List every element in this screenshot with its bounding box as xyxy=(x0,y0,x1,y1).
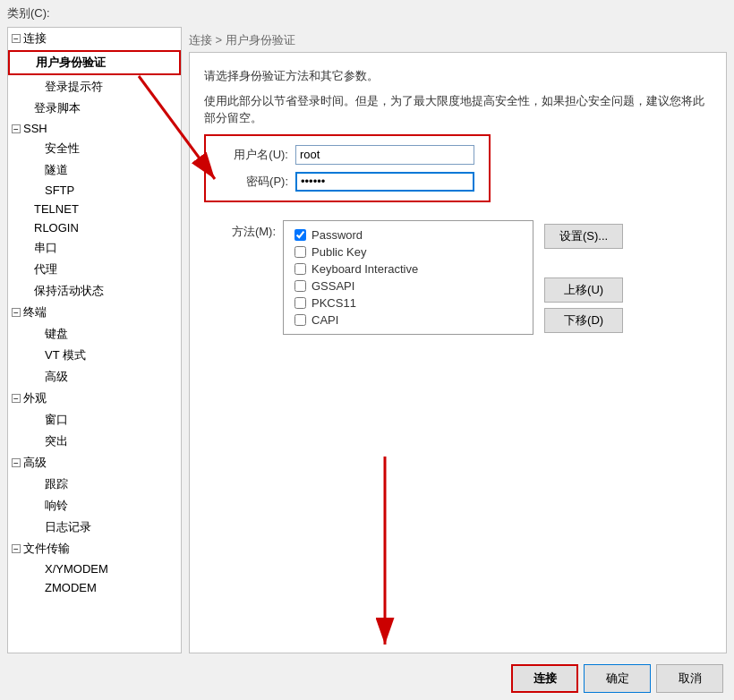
sidebar-item-bell[interactable]: 响铃 xyxy=(8,495,181,516)
sidebar-item-keepalive[interactable]: 保持活动状态 xyxy=(8,280,181,302)
sidebar-item-ssh[interactable]: −SSH xyxy=(8,119,181,138)
password-input[interactable] xyxy=(295,172,474,192)
sidebar-item-trace[interactable]: 跟踪 xyxy=(8,474,181,495)
method-checkbox-keyboard[interactable] xyxy=(294,263,306,275)
sidebar-label-zmodem: ZMODEM xyxy=(45,581,97,594)
sidebar-label-ssh: SSH xyxy=(23,122,47,135)
sidebar-label-tunnel: 隧道 xyxy=(45,162,68,178)
sidebar-item-window[interactable]: 窗口 xyxy=(8,409,181,431)
sidebar-label-terminal: 终端 xyxy=(23,304,47,320)
method-label-publickey[interactable]: Public Key xyxy=(312,245,366,259)
method-label-capi[interactable]: CAPI xyxy=(312,313,338,327)
credentials-section: 用户名(U): 密码(P): xyxy=(204,134,491,202)
method-label-keyboard[interactable]: Keyboard Interactive xyxy=(312,262,418,276)
sidebar-item-telnet[interactable]: TELNET xyxy=(8,200,181,218)
method-checkbox-capi[interactable] xyxy=(294,314,306,326)
sidebar-item-log[interactable]: 日志记录 xyxy=(8,516,181,538)
content-area: 请选择身份验证方法和其它参数。 使用此部分以节省登录时间。但是，为了最大限度地提… xyxy=(189,52,727,653)
sidebar-item-zmodem[interactable]: ZMODEM xyxy=(8,578,181,597)
method-item-pkcs11: PKCS11 xyxy=(294,296,522,310)
breadcrumb: 连接 > 用户身份验证 xyxy=(189,27,727,52)
sidebar-label-appearance: 外观 xyxy=(23,390,47,406)
right-buttons: 设置(S)... 上移(U) 下移(D) xyxy=(544,220,623,333)
sidebar-label-sftp: SFTP xyxy=(45,184,74,197)
sidebar-item-connection[interactable]: −连接 xyxy=(8,28,181,49)
sidebar-item-security[interactable]: 安全性 xyxy=(8,138,181,159)
method-checkbox-pkcs11[interactable] xyxy=(294,297,306,309)
method-checkbox-gssapi[interactable] xyxy=(294,280,306,292)
password-label: 密码(P): xyxy=(217,174,288,190)
sidebar-label-telnet: TELNET xyxy=(34,202,79,216)
sidebar-label-log: 日志记录 xyxy=(45,519,91,535)
method-section: 方法(M): PasswordPublic KeyKeyboard Intera… xyxy=(204,220,712,335)
category-label: 类别(C): xyxy=(7,6,50,20)
ok-button[interactable]: 确定 xyxy=(584,664,651,693)
sidebar-item-highlight[interactable]: 突出 xyxy=(8,431,181,452)
sidebar-label-window: 窗口 xyxy=(45,412,68,428)
sidebar-item-tunnel[interactable]: 隧道 xyxy=(8,159,181,181)
method-label-gssapi[interactable]: GSSAPI xyxy=(312,279,354,293)
sidebar-item-advanced[interactable]: 高级 xyxy=(8,366,181,388)
connect-button[interactable]: 连接 xyxy=(511,664,578,693)
sidebar-label-security: 安全性 xyxy=(45,141,80,157)
sidebar-label-filetransfer: 文件传输 xyxy=(23,541,70,557)
method-checkbox-publickey[interactable] xyxy=(294,246,306,258)
sidebar-label-keepalive: 保持活动状态 xyxy=(34,283,104,299)
sidebar-label-login-prompt: 登录提示符 xyxy=(45,79,103,95)
sidebar-label-proxy: 代理 xyxy=(34,261,57,277)
sidebar-item-rlogin[interactable]: RLOGIN xyxy=(8,218,181,237)
method-label-password[interactable]: Password xyxy=(312,228,363,242)
dialog: 类别(C): −连接用户身份验证登录提示符登录脚本−SSH安全性隧道SFTPTE… xyxy=(0,0,734,700)
bottom-bar: 连接 确定 取消 xyxy=(0,657,734,700)
sidebar-item-terminal[interactable]: −终端 xyxy=(8,302,181,323)
main-panel: 连接 > 用户身份验证 请选择身份验证方法和其它参数。 使用此部分以节省登录时间… xyxy=(189,27,727,653)
method-checkbox-password[interactable] xyxy=(294,229,306,241)
sidebar-label-user-auth: 用户身份验证 xyxy=(36,55,106,71)
sidebar-item-vt-mode[interactable]: VT 模式 xyxy=(8,345,181,366)
sidebar-item-login-prompt[interactable]: 登录提示符 xyxy=(8,76,181,98)
sidebar-item-xymodem[interactable]: X/YMODEM xyxy=(8,559,181,578)
password-row: 密码(P): xyxy=(217,172,478,192)
sidebar-label-serial: 串口 xyxy=(34,240,57,256)
sidebar-label-keyboard: 键盘 xyxy=(45,326,68,342)
setup-button[interactable]: 设置(S)... xyxy=(544,224,623,249)
method-item-gssapi: GSSAPI xyxy=(294,279,522,293)
sidebar-item-proxy[interactable]: 代理 xyxy=(8,259,181,280)
sidebar-label-trace: 跟踪 xyxy=(45,476,68,492)
sidebar-label-xymodem: X/YMODEM xyxy=(45,562,108,576)
sidebar: −连接用户身份验证登录提示符登录脚本−SSH安全性隧道SFTPTELNETRLO… xyxy=(7,27,182,653)
category-header: 类别(C): xyxy=(0,0,734,23)
sidebar-item-filetransfer[interactable]: −文件传输 xyxy=(8,538,181,559)
sidebar-label-advanced2: 高级 xyxy=(23,455,47,471)
sidebar-label-advanced: 高级 xyxy=(45,369,68,385)
sidebar-item-keyboard[interactable]: 键盘 xyxy=(8,323,181,345)
method-box: PasswordPublic KeyKeyboard InteractiveGS… xyxy=(283,220,533,335)
sidebar-item-sftp[interactable]: SFTP xyxy=(8,181,181,200)
sidebar-label-connection: 连接 xyxy=(23,30,47,47)
sidebar-label-vt-mode: VT 模式 xyxy=(45,347,86,363)
username-input[interactable] xyxy=(295,145,474,165)
sidebar-item-appearance[interactable]: −外观 xyxy=(8,388,181,409)
method-item-keyboard: Keyboard Interactive xyxy=(294,262,522,276)
sidebar-item-login-script[interactable]: 登录脚本 xyxy=(8,98,181,119)
sidebar-item-advanced2[interactable]: −高级 xyxy=(8,452,181,474)
username-row: 用户名(U): xyxy=(217,145,478,165)
cancel-button[interactable]: 取消 xyxy=(656,664,723,693)
sidebar-item-user-auth[interactable]: 用户身份验证 xyxy=(8,50,181,75)
dialog-body: −连接用户身份验证登录提示符登录脚本−SSH安全性隧道SFTPTELNETRLO… xyxy=(0,23,734,657)
move-up-button[interactable]: 上移(U) xyxy=(544,277,623,303)
sidebar-item-serial[interactable]: 串口 xyxy=(8,237,181,259)
sidebar-label-login-script: 登录脚本 xyxy=(34,100,81,116)
method-label-pkcs11[interactable]: PKCS11 xyxy=(312,296,356,310)
method-item-capi: CAPI xyxy=(294,313,522,327)
method-item-publickey: Public Key xyxy=(294,245,522,259)
sidebar-label-rlogin: RLOGIN xyxy=(34,221,79,235)
sidebar-label-highlight: 突出 xyxy=(45,433,68,449)
method-label: 方法(M): xyxy=(204,220,276,240)
move-down-button[interactable]: 下移(D) xyxy=(544,308,623,333)
sidebar-label-bell: 响铃 xyxy=(45,498,68,514)
desc2: 使用此部分以节省登录时间。但是，为了最大限度地提高安全性，如果担心安全问题，建议… xyxy=(204,92,712,127)
method-item-password: Password xyxy=(294,228,522,242)
username-label: 用户名(U): xyxy=(217,147,288,163)
desc1: 请选择身份验证方法和其它参数。 xyxy=(204,67,712,85)
